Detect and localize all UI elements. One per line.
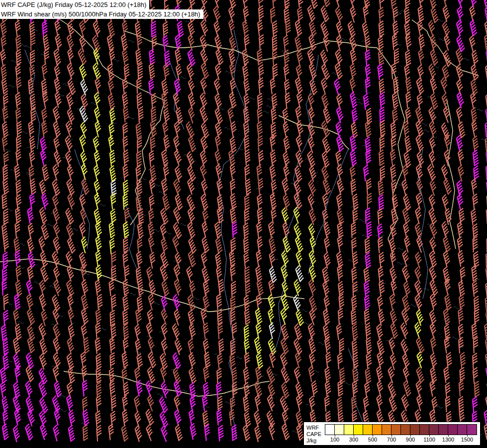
wind-barb: [174, 395, 183, 412]
wind-barb: [460, 352, 466, 369]
wind-barb: [473, 194, 479, 210]
wind-barb: [17, 121, 22, 137]
wind-barb: [336, 35, 345, 51]
wind-barb: [335, 6, 345, 23]
wind-barb: [267, 395, 277, 411]
wind-barb: [442, 5, 451, 22]
wind-barb: [16, 180, 21, 196]
contour-speckle: [99, 204, 105, 206]
wind-barb: [16, 194, 22, 211]
wind-barb: [24, 424, 34, 441]
contour-speckle: [130, 293, 136, 295]
wind-barb: [230, 179, 236, 196]
legend-ramp-cell: [363, 425, 373, 435]
wind-barb: [258, 151, 264, 167]
wind-barb: [326, 352, 332, 368]
wind-barb: [173, 179, 183, 196]
wind-barb: [351, 222, 356, 238]
wind-barb: [456, 35, 466, 52]
wind-barb: [352, 267, 357, 283]
wind-barb: [416, 352, 426, 368]
wind-barb: [146, 267, 155, 283]
wind-barb: [310, 0, 318, 9]
wind-barb: [324, 337, 331, 353]
wind-barb: [268, 309, 277, 325]
wind-barb: [324, 236, 332, 253]
legend-title-line: J/kg: [306, 438, 321, 444]
wind-barb: [456, 135, 464, 151]
wind-barb: [415, 135, 425, 151]
wind-barb: [173, 294, 182, 311]
wind-barb: [67, 165, 76, 181]
wind-barb: [212, 0, 222, 8]
contour-speckle: [397, 248, 403, 250]
wind-barb: [322, 0, 331, 7]
wind-barb: [16, 266, 22, 282]
wind-barb: [472, 50, 480, 67]
wind-barb: [52, 179, 61, 196]
wind-barb: [66, 280, 75, 297]
wind-barb: [284, 136, 291, 153]
wind-barb: [293, 180, 303, 197]
wind-barb: [388, 367, 397, 383]
wind-barb: [232, 323, 237, 338]
wind-barb: [174, 309, 183, 326]
contour-speckle: [18, 322, 24, 324]
wind-barb: [65, 208, 75, 224]
contour-speckle: [180, 224, 186, 225]
wind-barb: [337, 353, 343, 369]
wind-barb: [229, 410, 236, 426]
wind-barb: [350, 150, 357, 166]
wind-barb: [176, 64, 184, 81]
wind-barb: [393, 7, 399, 23]
wind-barb: [0, 367, 7, 384]
wind-barb: [258, 136, 264, 152]
wind-barb: [417, 65, 426, 81]
wind-barb: [443, 250, 451, 267]
wind-barb: [471, 209, 477, 225]
wind-barb: [325, 396, 331, 412]
wind-barb: [325, 367, 332, 383]
wind-barb: [53, 49, 62, 65]
wind-barb: [307, 194, 317, 211]
wind-barb: [137, 93, 142, 109]
wind-barb: [400, 339, 410, 355]
wind-barb: [473, 136, 480, 152]
wind-barb: [245, 165, 250, 181]
wind-barb: [334, 0, 343, 7]
wind-barb: [66, 395, 75, 411]
contour-speckle: [453, 307, 459, 309]
wind-barb: [94, 209, 101, 225]
contour-speckle: [225, 402, 231, 404]
wind-barb: [188, 21, 196, 37]
legend-tick-value: 1500: [461, 437, 473, 443]
wind-barb: [378, 309, 386, 326]
wind-barb: [429, 279, 439, 296]
contour-speckle: [159, 332, 165, 334]
wind-barb: [95, 337, 101, 354]
wind-barb: [459, 380, 465, 397]
wind-barb: [51, 251, 61, 268]
legend-ramp-cell: [401, 425, 410, 435]
wind-barb: [96, 250, 102, 267]
wind-barb: [441, 222, 451, 238]
contour-speckle: [113, 59, 119, 61]
wind-barb: [429, 251, 437, 267]
wind-barb: [285, 93, 292, 109]
wind-barb: [244, 411, 252, 427]
wind-barb: [429, 222, 439, 238]
wind-barb: [175, 425, 183, 441]
wind-barb: [67, 48, 76, 65]
wind-barb: [40, 251, 49, 267]
wind-barb: [65, 136, 75, 152]
wind-barb: [244, 236, 249, 252]
wind-barb: [308, 209, 318, 225]
wind-barb: [309, 20, 317, 36]
wind-barb: [296, 50, 305, 67]
wind-barb: [245, 280, 251, 296]
wind-barb: [122, 92, 129, 109]
wind-barb: [402, 208, 410, 224]
wind-barb: [204, 425, 211, 441]
wind-barb: [40, 265, 49, 282]
wind-barb: [444, 367, 451, 383]
